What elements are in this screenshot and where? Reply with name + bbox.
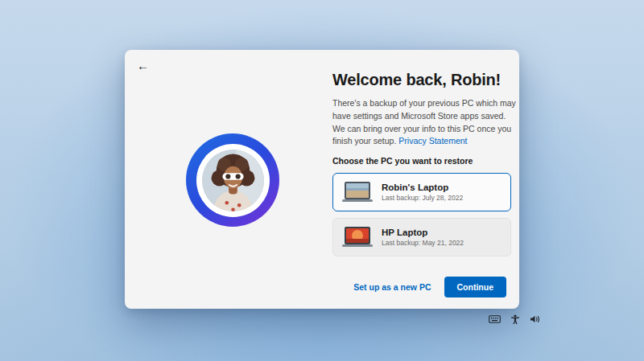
choose-pc-heading: Choose the PC you want to restore [332, 156, 518, 166]
laptop-thumbnail-icon [341, 225, 374, 249]
pc-name: Robin's Laptop [382, 183, 463, 192]
keyboard-icon[interactable] [489, 314, 501, 325]
continue-button[interactable]: Continue [444, 277, 507, 297]
pc-card-text: HP Laptop Last backup: May 21, 2022 [382, 228, 464, 247]
pc-name: HP Laptop [382, 228, 464, 237]
pc-card-text: Robin's Laptop Last backup: July 28, 202… [382, 183, 463, 202]
description-text: There's a backup of your previous PC whi… [332, 97, 518, 148]
pc-list: Robin's Laptop Last backup: July 28, 202… [332, 173, 511, 256]
pc-last-backup: Last backup: May 21, 2022 [382, 239, 464, 247]
portrait-illustration [202, 150, 264, 211]
laptop-thumbnail-icon [341, 180, 374, 204]
accessibility-icon[interactable] [509, 314, 521, 325]
pc-last-backup: Last backup: July 28, 2022 [382, 194, 463, 202]
set-up-new-pc-link[interactable]: Set up as a new PC [353, 282, 431, 292]
avatar-ring [186, 133, 279, 227]
avatar-gap [196, 144, 270, 217]
page-title: Welcome back, Robin! [332, 71, 518, 89]
dialog-footer: Set up as a new PC Continue [353, 277, 506, 297]
pc-card-robins-laptop[interactable]: Robin's Laptop Last backup: July 28, 202… [332, 173, 511, 211]
volume-icon[interactable] [529, 314, 541, 325]
avatar [202, 150, 264, 211]
system-tray [489, 314, 541, 325]
privacy-statement-link[interactable]: Privacy Statement [398, 136, 467, 146]
setup-dialog: ← [125, 50, 519, 309]
back-button[interactable]: ← [134, 57, 151, 74]
pc-card-hp-laptop[interactable]: HP Laptop Last backup: May 21, 2022 [332, 218, 511, 256]
dialog-content: Welcome back, Robin! There's a backup of… [332, 71, 518, 256]
